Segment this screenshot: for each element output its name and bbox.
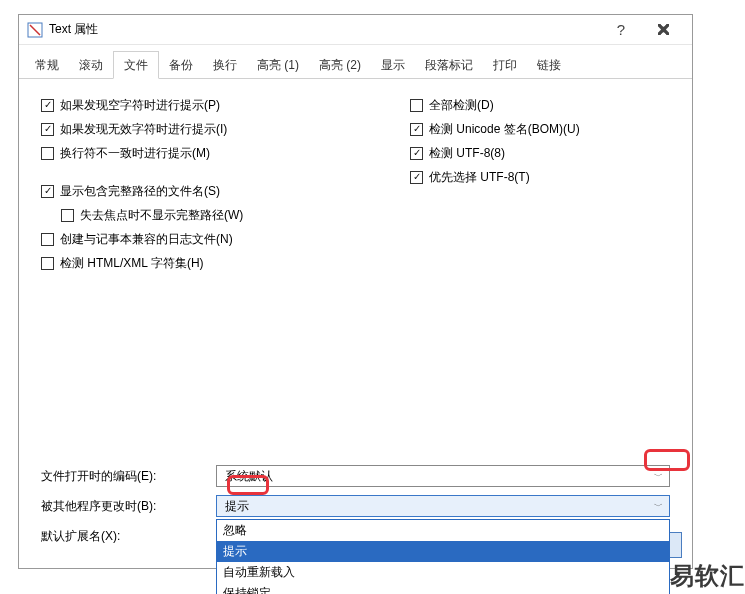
checkbox[interactable] xyxy=(61,209,74,222)
changed-by-label: 被其他程序更改时(B): xyxy=(41,498,216,515)
checkbox-label: 换行符不一致时进行提示(M) xyxy=(60,144,210,162)
checkbox-label: 检测 HTML/XML 字符集(H) xyxy=(60,254,204,272)
checkbox[interactable] xyxy=(41,123,54,136)
checkbox[interactable] xyxy=(41,233,54,246)
checkbox-label: 如果发现无效字符时进行提示(I) xyxy=(60,120,227,138)
tab-7[interactable]: 显示 xyxy=(371,52,415,78)
changed-by-value: 提示 xyxy=(225,498,249,515)
chevron-down-icon: ﹀ xyxy=(654,470,663,483)
checkbox-row[interactable]: 创建与记事本兼容的日志文件(N) xyxy=(41,227,370,251)
checkbox-label: 检测 UTF-8(8) xyxy=(429,144,505,162)
checkbox-row[interactable]: 如果发现无效字符时进行提示(I) xyxy=(41,117,370,141)
checkbox-row[interactable]: 失去焦点时不显示完整路径(W) xyxy=(61,203,370,227)
checkbox[interactable] xyxy=(410,171,423,184)
checkbox-row[interactable]: 全部检测(D) xyxy=(410,93,670,117)
right-col: 全部检测(D)检测 Unicode 签名(BOM)(U)检测 UTF-8(8)优… xyxy=(410,93,670,275)
checkbox-label: 检测 Unicode 签名(BOM)(U) xyxy=(429,120,580,138)
close-button[interactable]: 🗙 xyxy=(642,21,684,38)
dropdown-item[interactable]: 保持锁定 xyxy=(217,583,669,594)
checkbox-label: 优先选择 UTF-8(T) xyxy=(429,168,530,186)
checkbox-row[interactable]: 检测 Unicode 签名(BOM)(U) xyxy=(410,117,670,141)
text-properties-dialog: Text 属性 ? 🗙 常规滚动文件备份换行高亮 (1)高亮 (2)显示段落标记… xyxy=(18,14,693,569)
checkbox[interactable] xyxy=(410,123,423,136)
tab-0[interactable]: 常规 xyxy=(25,52,69,78)
checkbox-label: 如果发现空字符时进行提示(P) xyxy=(60,96,220,114)
dropdown-item[interactable]: 自动重新载入 xyxy=(217,562,669,583)
chevron-down-icon: ﹀ xyxy=(654,500,663,513)
checkbox[interactable] xyxy=(410,147,423,160)
checkbox[interactable] xyxy=(410,99,423,112)
tab-3[interactable]: 备份 xyxy=(159,52,203,78)
checkbox[interactable] xyxy=(41,147,54,160)
checkbox-row[interactable]: 如果发现空字符时进行提示(P) xyxy=(41,93,370,117)
checkbox[interactable] xyxy=(41,185,54,198)
dropdown-item[interactable]: 忽略 xyxy=(217,520,669,541)
checkbox-label: 创建与记事本兼容的日志文件(N) xyxy=(60,230,233,248)
tab-content: 如果发现空字符时进行提示(P)如果发现无效字符时进行提示(I)换行符不一致时进行… xyxy=(19,79,692,289)
tab-4[interactable]: 换行 xyxy=(203,52,247,78)
tab-9[interactable]: 打印 xyxy=(483,52,527,78)
dialog-title: Text 属性 xyxy=(49,21,600,38)
checkbox-label: 失去焦点时不显示完整路径(W) xyxy=(80,206,243,224)
encoding-combo[interactable]: 系统默认 ﹀ xyxy=(216,465,670,487)
tab-bar: 常规滚动文件备份换行高亮 (1)高亮 (2)显示段落标记打印链接 xyxy=(19,51,692,79)
encoding-value: 系统默认 xyxy=(225,468,273,485)
tab-10[interactable]: 链接 xyxy=(527,52,571,78)
titlebar: Text 属性 ? 🗙 xyxy=(19,15,692,45)
tab-8[interactable]: 段落标记 xyxy=(415,52,483,78)
tab-1[interactable]: 滚动 xyxy=(69,52,113,78)
left-col: 如果发现空字符时进行提示(P)如果发现无效字符时进行提示(I)换行符不一致时进行… xyxy=(41,93,370,275)
checkbox-row[interactable]: 换行符不一致时进行提示(M) xyxy=(41,141,370,165)
tab-5[interactable]: 高亮 (1) xyxy=(247,52,309,78)
watermark-text: 易软汇 xyxy=(670,560,745,592)
help-button[interactable]: ? xyxy=(600,21,642,38)
checkbox-label: 全部检测(D) xyxy=(429,96,494,114)
checkbox-row[interactable]: 检测 HTML/XML 字符集(H) xyxy=(41,251,370,275)
app-icon xyxy=(27,22,43,38)
checkbox-label: 显示包含完整路径的文件名(S) xyxy=(60,182,220,200)
dropdown-item[interactable]: 提示 xyxy=(217,541,669,562)
changed-by-dropdown[interactable]: 忽略提示自动重新载入保持锁定 xyxy=(216,519,670,594)
tab-2[interactable]: 文件 xyxy=(113,51,159,79)
checkbox[interactable] xyxy=(41,257,54,270)
changed-by-combo[interactable]: 提示 ﹀ xyxy=(216,495,670,517)
checkbox[interactable] xyxy=(41,99,54,112)
default-ext-label: 默认扩展名(X): xyxy=(41,528,216,545)
checkbox-row[interactable]: 显示包含完整路径的文件名(S) xyxy=(41,179,370,203)
checkbox-row[interactable]: 检测 UTF-8(8) xyxy=(410,141,670,165)
encoding-label: 文件打开时的编码(E): xyxy=(41,468,216,485)
tab-6[interactable]: 高亮 (2) xyxy=(309,52,371,78)
checkbox-row[interactable]: 优先选择 UTF-8(T) xyxy=(410,165,670,189)
